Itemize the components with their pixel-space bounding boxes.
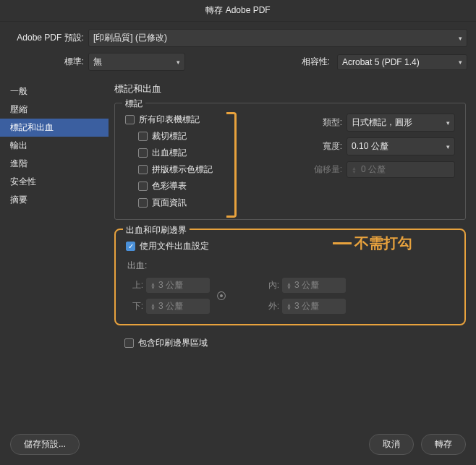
chevron-down-icon: ▾: [446, 119, 450, 127]
width-value: 0.10 公釐: [352, 140, 388, 153]
bleed-inside-label: 內:: [262, 279, 279, 291]
page-info-checkbox[interactable]: [138, 198, 148, 208]
standard-label: 標準:: [9, 56, 84, 68]
compat-value: Acrobat 5 (PDF 1.4): [342, 57, 420, 67]
preset-value: [印刷品質] (已修改): [93, 32, 167, 44]
chevron-down-icon: ▾: [459, 59, 462, 66]
offset-stepper: ▲▼ 0 公釐: [347, 161, 455, 178]
registration-label: 拼版標示色標記: [152, 163, 213, 176]
offset-value: 0 公釐: [361, 163, 386, 176]
registration-checkbox[interactable]: [138, 165, 148, 174]
compat-label: 相容性:: [302, 56, 333, 68]
bleed-bottom-stepper: ▲▼ 3 公釐: [146, 299, 210, 314]
save-preset-button[interactable]: 儲存預設...: [10, 434, 80, 455]
trim-checkbox[interactable]: [138, 132, 148, 141]
preset-label: Adobe PDF 預設:: [9, 32, 84, 44]
chevron-down-icon: ▾: [446, 143, 450, 150]
sidebar-item-output[interactable]: 輸出: [0, 137, 109, 155]
bleed-heading: 出血:: [127, 260, 454, 272]
color-bars-label: 色彩導表: [152, 180, 187, 192]
all-printers-checkbox[interactable]: [125, 115, 135, 124]
sidebar-item-compression[interactable]: 壓縮: [0, 101, 109, 119]
sidebar-item-security[interactable]: 安全性: [0, 173, 109, 191]
sidebar-item-summary[interactable]: 摘要: [0, 191, 109, 209]
sidebar-item-general[interactable]: 一般: [0, 82, 109, 101]
bracket-annotation: [226, 112, 237, 218]
type-value: 日式標記，圓形: [352, 116, 412, 129]
marks-fieldset: 標記 所有印表機標記 裁切標記 出血標記: [114, 103, 466, 220]
width-label: 寬度:: [307, 140, 342, 153]
trim-label: 裁切標記: [152, 130, 187, 142]
marks-legend: 標記: [122, 98, 145, 110]
bleed-bottom-label: 下:: [126, 300, 143, 312]
include-slug-label: 包含印刷邊界區域: [138, 337, 208, 349]
sidebar-item-advanced[interactable]: 進階: [0, 155, 109, 173]
page-info-label: 頁面資訊: [152, 197, 187, 209]
bleed-outside-stepper: ▲▼ 3 公釐: [282, 299, 346, 314]
bleed-outside-value: 3 公釐: [294, 300, 319, 312]
use-doc-bleed-checkbox[interactable]: [126, 242, 135, 251]
chevron-down-icon: ▾: [177, 59, 180, 66]
bleed-outside-label: 外:: [262, 300, 279, 312]
preset-select[interactable]: [印刷品質] (已修改) ▾: [88, 29, 467, 47]
include-slug-checkbox[interactable]: [124, 338, 134, 348]
type-label: 類型:: [307, 116, 342, 129]
dialog-title: 轉存 Adobe PDF: [0, 0, 476, 22]
section-title: 標記和出血: [114, 82, 466, 95]
bleed-top-stepper: ▲▼ 3 公釐: [146, 278, 210, 293]
width-select[interactable]: 0.10 公釐 ▾: [347, 137, 455, 155]
bleed-top-label: 上:: [126, 279, 143, 291]
chevron-down-icon: ▾: [459, 35, 462, 42]
bleed-inside-stepper: ▲▼ 3 公釐: [282, 278, 346, 293]
bleed-legend: 出血和印刷邊界: [123, 224, 190, 236]
cancel-button[interactable]: 取消: [369, 434, 414, 455]
bleed-fieldset: 出血和印刷邊界 使用文件出血設定 出血: 上: ▲▼ 3 公釐: [114, 229, 466, 325]
bleed-inside-value: 3 公釐: [294, 279, 319, 291]
bleed-bottom-value: 3 公釐: [158, 300, 183, 312]
offset-label: 偏移量:: [307, 163, 342, 176]
color-bars-checkbox[interactable]: [138, 182, 148, 191]
export-button[interactable]: 轉存: [421, 434, 466, 455]
type-select[interactable]: 日式標記，圓形 ▾: [347, 114, 455, 132]
sidebar: 一般 壓縮 標記和出血 輸出 進階 安全性 摘要: [0, 78, 109, 427]
link-icon: ⦿: [216, 286, 227, 306]
bleed-marks-checkbox[interactable]: [138, 148, 148, 158]
bleed-marks-label: 出血標記: [152, 147, 187, 159]
standard-value: 無: [93, 56, 102, 68]
standard-select[interactable]: 無 ▾: [88, 53, 185, 71]
compat-select[interactable]: Acrobat 5 (PDF 1.4) ▾: [337, 54, 467, 70]
bleed-top-value: 3 公釐: [158, 279, 183, 291]
all-printers-label: 所有印表機標記: [139, 114, 200, 126]
sidebar-item-marks-bleed[interactable]: 標記和出血: [0, 119, 109, 137]
use-doc-bleed-label: 使用文件出血設定: [140, 240, 209, 252]
